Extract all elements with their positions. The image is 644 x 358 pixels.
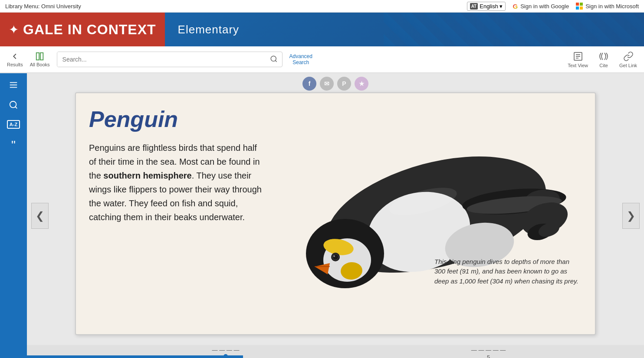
header-background-image — [384, 13, 644, 46]
advanced-search-button[interactable]: AdvancedSearch — [289, 53, 312, 65]
microsoft-icon — [576, 3, 583, 10]
sidebar-search-icon — [9, 100, 18, 110]
svg-point-11 — [10, 101, 16, 108]
book-caption: This king penguin dives to depths of mor… — [434, 257, 582, 286]
text-view-label: Text View — [568, 63, 588, 68]
book-title: Penguin — [89, 106, 263, 132]
right-arrow-icon: ❯ — [627, 210, 635, 222]
text-view-icon — [573, 51, 583, 62]
top-bar: Library Menu: Omni University AT English… — [0, 0, 644, 13]
main-layout: A-Z " f ✉ P ★ ❮ Penguin Penguins are fli… — [0, 73, 644, 358]
previous-page-button[interactable]: ❮ — [31, 203, 49, 229]
all-books-icon — [35, 52, 45, 61]
svg-rect-0 — [36, 53, 39, 60]
sign-in-microsoft-button[interactable]: Sign in with Microsoft — [576, 3, 639, 10]
az-icon: A-Z — [7, 120, 20, 129]
bold-text: southern hemisphere — [103, 171, 191, 180]
results-icon — [10, 52, 20, 61]
svg-line-3 — [275, 60, 276, 62]
all-books-label: All Books — [30, 62, 50, 67]
get-link-icon — [623, 51, 634, 62]
library-label: Library Menu: Omni University — [5, 3, 81, 10]
sidebar-az-button[interactable]: A-Z — [7, 120, 20, 129]
sign-in-google-button[interactable]: G Sign in with Google — [513, 3, 569, 10]
book-text: Penguin Penguins are flightless birds th… — [89, 106, 271, 280]
favorite-button[interactable]: ★ — [355, 77, 368, 91]
pinterest-share-button[interactable]: P — [337, 77, 351, 91]
quote-icon: " — [11, 139, 16, 151]
cite-icon — [598, 51, 609, 62]
sign-microsoft-label: Sign in with Microsoft — [585, 3, 639, 10]
google-icon: G — [513, 3, 518, 10]
sign-google-label: Sign in with Google — [520, 3, 569, 10]
facebook-share-button[interactable]: f — [302, 77, 316, 91]
top-bar-right: AT English ▾ G Sign in with Google Sign … — [467, 2, 639, 11]
svg-rect-1 — [40, 53, 43, 60]
search-button[interactable] — [266, 55, 282, 64]
page-4-dot — [223, 354, 228, 358]
content-area: f ✉ P ★ ❮ Penguin Penguins are flightles… — [27, 73, 644, 358]
advanced-search-label: AdvancedSearch — [289, 53, 312, 65]
page-5-number: 5 — [487, 354, 490, 358]
page-indicator-bar: — — — — 4 — — — — — 5 — [27, 345, 644, 358]
sidebar: A-Z " — [0, 73, 27, 358]
sidebar-search-button[interactable] — [9, 100, 18, 110]
brand-area: ✦ GALE IN CONTEXT — [0, 13, 165, 46]
language-label: English ▾ — [480, 3, 503, 10]
toolbar-right: Text View Cite Get Link — [568, 51, 637, 68]
menu-icon — [9, 80, 18, 90]
search-input[interactable] — [57, 52, 266, 67]
book-illustration: This king penguin dives to depths of mor… — [271, 106, 582, 280]
book-body: Penguins are flightless birds that spend… — [89, 141, 263, 224]
gale-star-icon: ✦ — [9, 23, 19, 37]
results-label: Results — [7, 62, 23, 67]
progress-bar — [27, 355, 243, 358]
page-5-label: — — — — — — [471, 347, 506, 353]
left-arrow-icon: ❮ — [36, 210, 44, 222]
at-accessibility-icon: AT — [470, 3, 478, 10]
svg-line-12 — [15, 107, 17, 108]
search-area — [57, 52, 283, 67]
text-view-button[interactable]: Text View — [568, 51, 588, 68]
header-subtitle: Elementary — [165, 23, 240, 36]
cite-button[interactable]: Cite — [598, 51, 609, 68]
sidebar-menu-button[interactable] — [9, 80, 18, 90]
sidebar-quote-button[interactable]: " — [11, 139, 16, 151]
book-content: Penguin Penguins are flightless birds th… — [89, 106, 582, 280]
language-button[interactable]: AT English ▾ — [467, 2, 506, 11]
svg-point-21 — [332, 254, 338, 260]
page-number-4-indicator: — — — — 4 — [212, 347, 240, 358]
social-share-bar: f ✉ P ★ — [302, 77, 368, 91]
toolbar: Results All Books AdvancedSearch Tex — [0, 46, 644, 73]
email-share-button[interactable]: ✉ — [320, 77, 334, 91]
all-books-button[interactable]: All Books — [30, 52, 50, 67]
page-number-5-indicator: — — — — — 5 — [471, 347, 506, 358]
next-page-button[interactable]: ❯ — [622, 203, 640, 229]
get-link-label: Get Link — [619, 63, 637, 68]
brand-title: GALE IN CONTEXT — [23, 22, 156, 38]
svg-point-22 — [333, 255, 335, 257]
svg-point-2 — [271, 56, 276, 61]
get-link-button[interactable]: Get Link — [619, 51, 637, 68]
cite-label: Cite — [599, 63, 608, 68]
results-button[interactable]: Results — [7, 52, 23, 67]
page-4-label: — — — — — [212, 347, 240, 353]
book-page: Penguin Penguins are flightless birds th… — [75, 92, 596, 335]
header: ✦ GALE IN CONTEXT Elementary — [0, 13, 644, 46]
